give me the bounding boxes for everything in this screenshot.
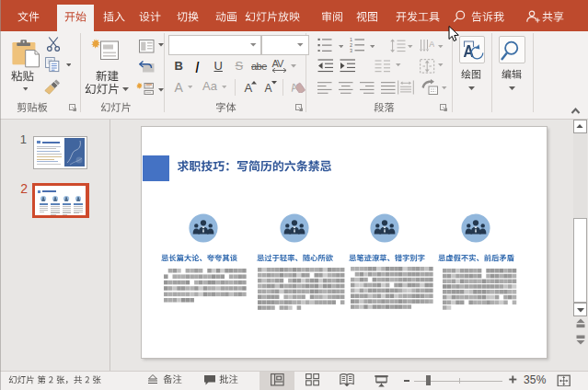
svg-text:A: A <box>429 40 434 49</box>
svg-text:3: 3 <box>350 47 352 52</box>
